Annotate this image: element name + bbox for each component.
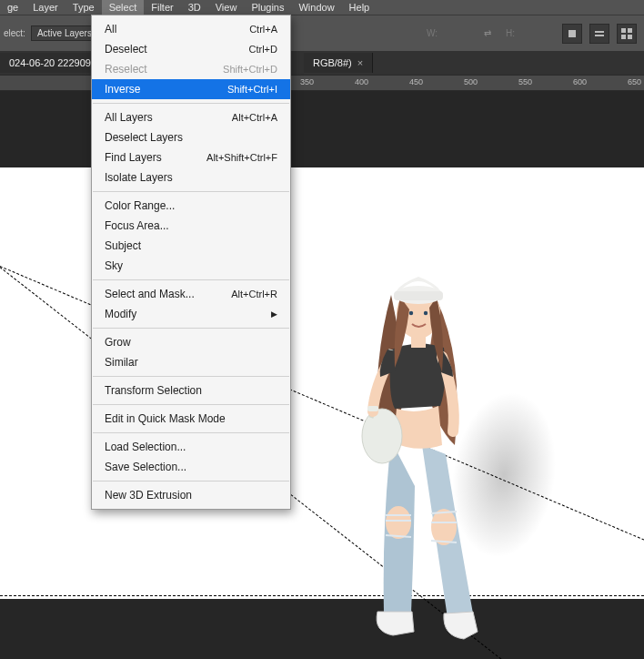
menu-layer[interactable]: Layer — [25, 0, 65, 15]
menu-item-deselect-layers[interactable]: Deselect Layers — [92, 127, 290, 147]
menu-item-label: All Layers — [105, 111, 153, 124]
menu-item-all[interactable]: AllCtrl+A — [92, 19, 290, 39]
menu-separator — [93, 376, 289, 377]
menu-item-label: Find Layers — [105, 151, 162, 164]
menu-item-label: Similar — [105, 356, 138, 369]
svg-rect-4 — [628, 28, 632, 33]
ruler-tick: 350 — [300, 77, 314, 86]
girl-illustration — [327, 249, 509, 659]
menu-select[interactable]: Select — [102, 0, 145, 15]
align-icon-1[interactable] — [562, 24, 582, 44]
menu-item-label: Transform Selection — [105, 384, 202, 397]
menu-item-edit-in-quick-mask-mode[interactable]: Edit in Quick Mask Mode — [92, 409, 290, 429]
menu-help[interactable]: Help — [342, 0, 377, 15]
menu-item-isolate-layers[interactable]: Isolate Layers — [92, 167, 290, 188]
menu-item-shortcut: Alt+Ctrl+A — [232, 112, 277, 123]
menu-item-label: Load Selection... — [105, 441, 186, 453]
document-tab-mode-text: RGB/8#) — [313, 57, 352, 68]
ruler-tick: 600 — [573, 77, 587, 86]
menu-item-shortcut: Shift+Ctrl+D — [223, 64, 277, 75]
menu-item-modify[interactable]: Modify▶ — [92, 304, 290, 324]
menu-separator — [93, 404, 289, 405]
svg-rect-0 — [569, 30, 576, 37]
ruler-tick: 550 — [518, 77, 532, 86]
menu-separator — [93, 432, 289, 433]
document-tab-title: 024-06-20 222909. — [9, 57, 94, 68]
select-combo[interactable]: Active Layers — [31, 25, 98, 41]
menu-item-shortcut: Alt+Shift+Ctrl+F — [206, 152, 277, 163]
menu-item-label: Edit in Quick Mask Mode — [105, 412, 226, 425]
menu-item-transform-selection[interactable]: Transform Selection — [92, 380, 290, 400]
close-icon[interactable]: × — [357, 57, 363, 68]
menu-item-save-selection[interactable]: Save Selection... — [92, 457, 290, 477]
svg-point-7 — [386, 506, 411, 539]
align-icon-2[interactable] — [589, 24, 609, 44]
ruler-tick: 450 — [409, 77, 423, 86]
menu-item-label: Focus Area... — [105, 219, 169, 232]
menu-separator — [93, 191, 289, 192]
menu-item-shortcut: Alt+Ctrl+R — [231, 289, 277, 299]
menu-ge[interactable]: ge — [0, 0, 25, 15]
ruler-tick: 650 — [628, 77, 641, 86]
menu-item-select-and-mask[interactable]: Select and Mask...Alt+Ctrl+R — [92, 284, 290, 304]
menu-window[interactable]: Window — [291, 0, 341, 15]
svg-point-14 — [409, 311, 413, 315]
menubar: geLayerTypeSelectFilter3DViewPluginsWind… — [0, 0, 644, 15]
menu-item-label: Save Selection... — [105, 461, 186, 473]
select-label: elect: — [4, 28, 25, 38]
menu-plugins[interactable]: Plugins — [244, 0, 291, 15]
menu-item-deselect[interactable]: DeselectCtrl+D — [92, 39, 290, 59]
menu-view[interactable]: View — [208, 0, 245, 15]
svg-rect-2 — [595, 35, 604, 36]
menu-item-similar[interactable]: Similar — [92, 352, 290, 372]
svg-point-9 — [362, 409, 402, 463]
submenu-arrow-icon: ▶ — [271, 309, 277, 319]
ruler-tick: 400 — [355, 77, 368, 86]
menu-item-color-range[interactable]: Color Range... — [92, 196, 290, 216]
menu-item-label: Modify — [105, 308, 136, 320]
menu-item-all-layers[interactable]: All LayersAlt+Ctrl+A — [92, 107, 290, 127]
menu-item-label: All — [105, 23, 116, 35]
menu-item-new-3d-extrusion[interactable]: New 3D Extrusion — [92, 485, 290, 505]
menu-item-label: Inverse — [105, 83, 140, 96]
menu-item-label: Deselect Layers — [105, 131, 183, 144]
ruler-tick: 500 — [464, 77, 478, 86]
svg-rect-16 — [367, 406, 378, 411]
menu-type[interactable]: Type — [65, 0, 102, 15]
menu-item-label: Deselect — [105, 43, 147, 56]
menu-separator — [93, 328, 289, 329]
document-tab[interactable]: 024-06-20 222909. — [0, 53, 104, 73]
document-tab-mode[interactable]: RGB/8#) × — [304, 53, 373, 73]
menu-item-grow[interactable]: Grow — [92, 332, 290, 352]
menu-item-load-selection[interactable]: Load Selection... — [92, 437, 290, 457]
menu-item-focus-area[interactable]: Focus Area... — [92, 216, 290, 236]
menu-item-shortcut: Shift+Ctrl+I — [227, 84, 277, 95]
menu-item-label: Select and Mask... — [105, 288, 195, 300]
menu-item-label: Isolate Layers — [105, 171, 173, 184]
menu-separator — [93, 279, 289, 280]
menu-filter[interactable]: Filter — [144, 0, 180, 15]
svg-rect-1 — [595, 31, 604, 33]
select-menu-dropdown: AllCtrl+ADeselectCtrl+DReselectShift+Ctr… — [91, 15, 291, 510]
menu-item-find-layers[interactable]: Find LayersAlt+Shift+Ctrl+F — [92, 147, 290, 167]
menu-item-inverse[interactable]: InverseShift+Ctrl+I — [92, 79, 290, 99]
svg-rect-6 — [628, 35, 632, 39]
menu-item-subject[interactable]: Subject — [92, 236, 290, 256]
svg-rect-5 — [621, 35, 626, 39]
menu-separator — [93, 103, 289, 104]
menu-separator — [93, 481, 289, 482]
menu-item-sky[interactable]: Sky — [92, 256, 290, 276]
mode-icon[interactable] — [617, 24, 637, 44]
menu-item-reselect: ReselectShift+Ctrl+D — [92, 59, 290, 79]
svg-point-15 — [424, 311, 428, 315]
menu-item-label: Color Range... — [105, 199, 175, 212]
link-icon[interactable]: ⇄ — [484, 28, 491, 38]
menu-item-label: Subject — [105, 239, 141, 252]
menu-item-label: Reselect — [105, 63, 147, 76]
svg-rect-13 — [394, 291, 443, 300]
menu-item-label: New 3D Extrusion — [105, 489, 192, 502]
menu-3d[interactable]: 3D — [181, 0, 208, 15]
svg-point-8 — [431, 509, 457, 545]
menu-item-label: Grow — [105, 336, 131, 349]
menu-item-label: Sky — [105, 259, 123, 272]
